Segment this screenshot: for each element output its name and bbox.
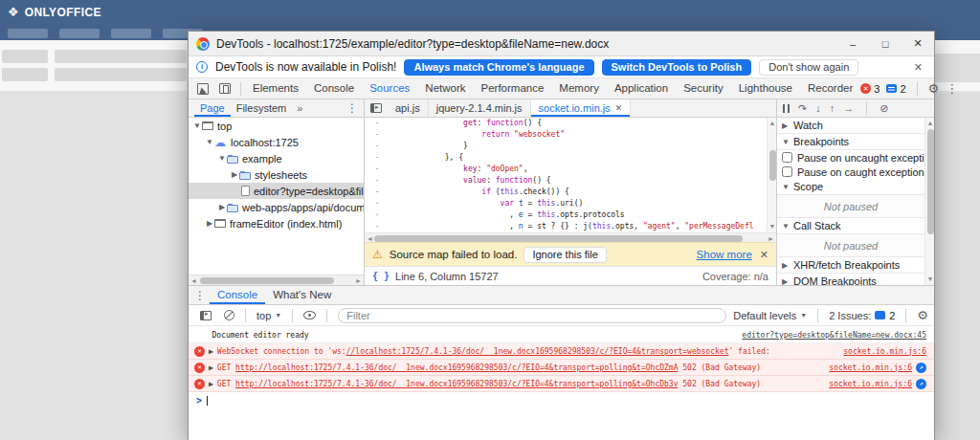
log-levels-selector[interactable]: Default levels ▼	[733, 310, 807, 321]
navigator-menu-icon[interactable]: ⋮	[346, 101, 358, 115]
step-out-icon[interactable]: ↑	[830, 103, 835, 114]
tree-item[interactable]: ▼☁localhost:1725	[189, 134, 364, 150]
infobar-button-plain[interactable]: Don't show again	[759, 59, 858, 76]
tree-item[interactable]: ▼top	[189, 118, 364, 134]
tab-console[interactable]: Console	[306, 78, 362, 99]
tab-performance[interactable]: Performance	[474, 78, 552, 99]
section-call-stack[interactable]: ▼Call Stack	[777, 218, 924, 234]
error-count-badge[interactable]: ✕ 3	[860, 83, 880, 95]
ignore-file-button[interactable]: Ignore this file	[523, 247, 606, 263]
editor-hscrollbar[interactable]: ◄ ►	[365, 232, 776, 242]
file-tab-socket.io.min.js[interactable]: socket.io.min.js✕	[531, 99, 632, 117]
code-view[interactable]: - get: function() {- return "websocket"-…	[365, 118, 767, 232]
toggle-navigator-icon[interactable]	[370, 103, 382, 113]
open-network-icon[interactable]: ↗	[916, 379, 926, 389]
tree-item[interactable]: ▶frameEditor (index.html)	[189, 215, 364, 231]
message-url-link[interactable]: //localhost:1725/7.4.1-36/doc/__1new.doc…	[346, 347, 729, 356]
open-network-icon[interactable]: ↗	[916, 363, 926, 373]
context-selector[interactable]: top ▼	[256, 310, 281, 321]
tree-expand-arrow[interactable]: ▶	[230, 170, 239, 179]
section-xhr-fetch-breakpoints[interactable]: ▶XHR/fetch Breakpoints	[777, 257, 924, 274]
console-prompt[interactable]: >	[189, 392, 934, 408]
infobar-button-blue[interactable]: Switch DevTools to Polish	[602, 59, 752, 76]
message-url-link[interactable]: http://localhost:1725/7.4.1-36/doc/__1ne…	[235, 363, 678, 372]
settings-gear-icon[interactable]: ⚙	[928, 81, 940, 96]
header-nav-pill[interactable]	[8, 29, 48, 38]
tab-lighthouse[interactable]: Lighthouse	[731, 78, 800, 99]
toggle-console-sidebar-icon[interactable]	[200, 311, 212, 320]
editor-vscrollbar[interactable]: ▲ ▼	[767, 118, 776, 232]
more-options-icon[interactable]: ⋮	[946, 81, 958, 96]
navigator-tab-filesystem[interactable]: Filesystem	[231, 99, 293, 117]
console-tab-console[interactable]: Console	[210, 286, 265, 304]
tree-item[interactable]: ▶web-apps/apps/api/document	[189, 199, 364, 215]
section-watch[interactable]: ▶Watch	[777, 118, 924, 134]
tab-elements[interactable]: Elements	[245, 78, 306, 99]
deactivate-breakpoints-icon[interactable]: ⊘	[880, 103, 888, 114]
tree-item[interactable]: ▶stylesheets	[189, 166, 364, 183]
message-url-link[interactable]: http://localhost:1725/7.4.1-36/doc/__1ne…	[235, 380, 678, 388]
section-scope[interactable]: ▼Scope	[777, 179, 924, 195]
clear-console-icon[interactable]	[224, 310, 234, 320]
message-source-link[interactable]: socket.io.min.js:6	[829, 380, 912, 388]
show-more-link[interactable]: Show more	[697, 249, 752, 260]
filter-input[interactable]	[338, 308, 726, 323]
scrollbar-thumb[interactable]	[769, 150, 776, 181]
file-tab-jquery-2.1.4.min.js[interactable]: jquery-2.1.4.min.js	[429, 99, 531, 117]
checkbox[interactable]	[782, 152, 792, 163]
maximize-button[interactable]: □	[869, 38, 902, 50]
window-titlebar[interactable]: DevTools - localhost:1725/example/editor…	[189, 32, 934, 56]
tab-recorder[interactable]: Recorder	[800, 78, 860, 99]
expand-message-icon[interactable]: ▶	[209, 380, 213, 388]
console-menu-icon[interactable]: ⋮	[194, 289, 206, 302]
navigator-hscrollbar[interactable]: ◄ ►	[189, 275, 364, 285]
tree-item[interactable]: ▼example	[189, 150, 364, 166]
header-nav-pill[interactable]	[111, 29, 151, 38]
inspect-element-icon[interactable]	[197, 83, 209, 95]
close-tab-icon[interactable]: ✕	[615, 99, 623, 117]
checkbox[interactable]	[782, 166, 792, 177]
expand-message-icon[interactable]: ▶	[209, 363, 213, 372]
device-toolbar-icon[interactable]	[219, 83, 231, 94]
tree-expand-arrow[interactable]: ▼	[217, 154, 227, 163]
file-tab-api.js[interactable]: api.js	[388, 99, 429, 117]
console-settings-icon[interactable]: ⚙	[917, 308, 928, 322]
scrollbar-thumb[interactable]	[927, 129, 934, 234]
pause-script-icon[interactable]	[783, 104, 790, 113]
minimize-button[interactable]: –	[836, 38, 869, 50]
issues-counter[interactable]: 2 Issues: 2	[829, 310, 895, 321]
expand-message-icon[interactable]: ▶	[209, 347, 213, 356]
message-source-link[interactable]: editor?type=desktop&fileName=new.docx:45	[742, 331, 926, 340]
sidebar-vscrollbar[interactable]: ▲ ▼	[924, 118, 934, 285]
section-breakpoints[interactable]: ▼Breakpoints	[777, 134, 924, 150]
close-button[interactable]: ✕	[902, 37, 934, 50]
navigator-tab-page[interactable]: Page	[194, 99, 231, 117]
section-dom-breakpoints[interactable]: ▶DOM Breakpoints	[777, 274, 924, 285]
message-source-link[interactable]: socket.io.min.js:6	[829, 363, 912, 372]
tree-expand-arrow[interactable]: ▶	[205, 219, 214, 228]
infobar-button-blue[interactable]: Always match Chrome's language	[404, 59, 593, 76]
scrollbar-thumb[interactable]	[374, 235, 743, 242]
tree-expand-arrow[interactable]: ▼	[205, 138, 214, 146]
pretty-print-icon[interactable]: { }	[372, 271, 390, 281]
step-over-icon[interactable]: ↷	[798, 103, 807, 114]
infobar-close-icon[interactable]: ✕	[910, 61, 926, 74]
more-tabs-icon[interactable]: »	[294, 102, 305, 114]
tab-application[interactable]: Application	[607, 78, 676, 99]
step-icon[interactable]: →	[843, 103, 854, 114]
tab-security[interactable]: Security	[676, 78, 731, 99]
tree-item[interactable]: editor?type=desktop&fileNa	[189, 183, 364, 199]
tab-memory[interactable]: Memory	[551, 78, 607, 99]
tree-expand-arrow[interactable]: ▶	[217, 203, 227, 211]
issue-count-badge[interactable]: 2	[886, 83, 905, 95]
header-nav-pill[interactable]	[59, 29, 100, 38]
console-tab-what-s-new[interactable]: What's New	[265, 286, 339, 304]
tab-network[interactable]: Network	[417, 78, 473, 99]
tab-sources[interactable]: Sources	[362, 78, 417, 99]
scrollbar-thumb[interactable]	[200, 277, 334, 284]
live-expression-icon[interactable]	[303, 311, 316, 319]
warning-close-icon[interactable]: ✕	[760, 249, 768, 261]
tree-expand-arrow[interactable]: ▼	[192, 121, 202, 130]
message-source-link[interactable]: socket.io.min.js:6	[843, 347, 926, 356]
step-into-icon[interactable]: ↓	[815, 103, 821, 114]
